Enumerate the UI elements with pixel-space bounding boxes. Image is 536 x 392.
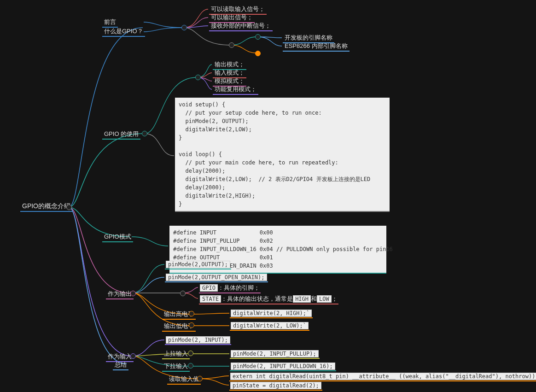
asoutput-dot: [130, 291, 136, 296]
pulldown-label[interactable]: 下拉输入: [162, 362, 190, 372]
esp8266-pin[interactable]: ESP8266 内部引脚名称: [283, 41, 350, 52]
what-junction-dot: [181, 25, 187, 30]
usage-node[interactable]: GPIO 的使用: [102, 129, 140, 140]
pinmode-input: pinMode(2, INPUT);: [165, 336, 231, 345]
pulldown-code: pinMode(2, INPUT_PULLDOWN_16);: [230, 362, 336, 371]
output-detail-dot: [180, 291, 186, 296]
state-desc: STATE：具体的输出状态，通常是HIGH和LOW；: [199, 294, 338, 304]
what-names-dot: [255, 34, 261, 40]
pinmode-open-drain: pinMode(2,OUTPUT_OPEN_DRAIN);: [165, 273, 268, 282]
digitalwrite-low: digitalWrite(2, LOW);`: [230, 322, 309, 331]
altfunc-mode[interactable]: 功能复用模式；: [213, 85, 258, 95]
usage-junction-dot: [195, 75, 201, 80]
what-node[interactable]: 什么是GPIO？: [102, 27, 145, 37]
out-low-dot: [189, 322, 194, 328]
gpio-desc: GPIO：具体的引脚；: [199, 283, 261, 293]
pullup-dot: [188, 351, 193, 356]
read-dot: [197, 376, 203, 381]
asoutput-node[interactable]: 作为输出: [106, 289, 134, 299]
root-dot: [66, 205, 72, 210]
pulldown-dot: [188, 363, 193, 369]
summary-node[interactable]: 总结: [113, 360, 128, 370]
read-code: pinState = digitalRead(2);: [229, 381, 322, 391]
pinmode-output: pinMode(2,OUTPUT);: [165, 260, 231, 269]
pullup-code: pinMode(2, INPUT_PULLUP);: [230, 350, 320, 359]
pullup-label[interactable]: 上拉输入: [162, 349, 190, 359]
what-orange-dot: [255, 51, 261, 56]
asinput-dot: [130, 353, 136, 359]
preface-node[interactable]: 前言: [102, 18, 118, 28]
code-setup-block: void setup() { // put your setup code he…: [175, 98, 390, 212]
what-sub-junction-dot: [229, 42, 234, 48]
digitalwrite-high: digitalWrite(2, HIGH);`: [230, 309, 313, 318]
what-interrupt[interactable]: 接收外部的中断信号；: [209, 21, 273, 31]
mode-node[interactable]: GPIO模式: [102, 232, 133, 242]
root-node[interactable]: GPIO的概念介绍: [20, 202, 72, 212]
read-label[interactable]: 读取输入值: [167, 374, 201, 385]
usage-dot: [142, 131, 147, 136]
extern-code: extern int digitalRead(uint8_t pin) __at…: [229, 372, 536, 381]
out-high-dot: [189, 311, 194, 316]
